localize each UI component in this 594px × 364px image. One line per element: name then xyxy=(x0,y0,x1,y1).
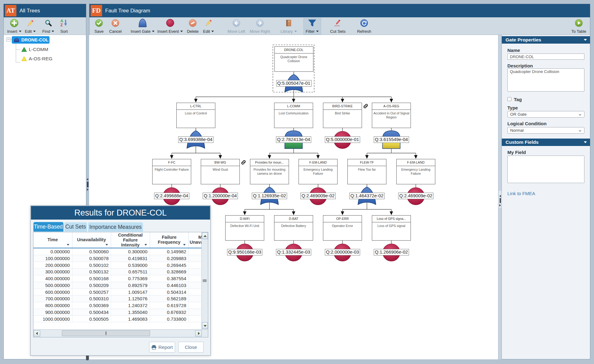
svg-text:A: A xyxy=(61,19,63,23)
svg-text:Z: Z xyxy=(61,23,63,27)
